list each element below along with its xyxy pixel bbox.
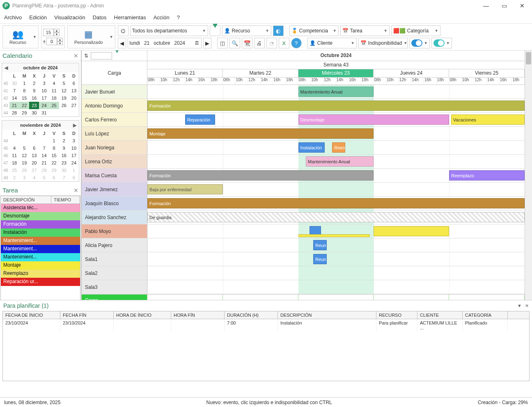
personalizado-button[interactable]: ▦ Personalizado [69,28,108,46]
spinner-buttons[interactable]: ▲▼ [54,29,60,36]
date-next-button[interactable]: ▶ [203,38,211,48]
plan-col-header[interactable]: DURACIÓN (H) [225,311,278,319]
resource-label[interactable]: Luís López [82,127,147,140]
resource-label[interactable]: Sala2 [82,266,147,280]
calendar-day[interactable]: 5 [39,174,49,181]
calendar-day[interactable]: 12 [59,87,69,94]
calendar-day[interactable]: 24 [39,102,49,109]
calendar-day[interactable]: 21 [9,102,19,109]
task-bar[interactable]: Formación [147,101,525,111]
select-tool-button[interactable]: ◫ [217,38,228,48]
calendar-day[interactable]: 29 [49,167,59,174]
hierarchy-icon-button[interactable]: ⌬ [118,25,128,36]
calendar-day[interactable]: 4 [29,174,39,181]
funnel-icon[interactable] [115,53,119,59]
resource-label[interactable]: Antonio Domingo [82,99,147,112]
plan-col-header[interactable]: CATEGORÍA [463,311,508,319]
print-button[interactable]: 🖨 [254,38,265,48]
calendar-day[interactable]: 14 [39,152,49,159]
cliente-combo[interactable]: 👤 Cliente▼ [307,38,357,48]
calendar-day[interactable]: 1 [19,80,29,87]
resource-lane[interactable]: Montaje [147,127,525,140]
calendar-day[interactable]: 12 [19,152,29,159]
calendar-day[interactable]: 30 [59,167,69,174]
recurso-button[interactable]: 👥 Recurso [5,28,31,46]
tarea-item[interactable]: Mantenimient... [1,253,80,261]
calendar-day[interactable]: 20 [69,94,79,102]
close-button[interactable]: ✕ [518,2,526,9]
indisponibilidad-combo[interactable]: 📅 Indisponibilidad▼ [358,38,408,48]
calendar-day[interactable]: 10 [39,87,49,94]
calendar-day[interactable]: 28 [9,109,19,117]
resource-lane[interactable]: Formación [147,99,525,112]
close-pane-icon[interactable]: ✕ [73,53,78,59]
calendar-day[interactable]: 17 [69,152,79,159]
spinner-buttons[interactable]: ▲▼ [57,38,63,45]
resource-lane[interactable] [147,224,525,238]
calendar-day[interactable]: 18 [49,94,59,102]
task-bar[interactable]: De guardia [147,212,525,222]
resource-label[interactable]: Pablo Moyo [82,224,147,238]
task-bar[interactable]: Reemplazo [449,170,525,181]
task-bar[interactable]: Desmontaje [298,114,449,125]
chart-button[interactable]: ◔ [266,38,277,48]
blue-toggle-button[interactable]: ◐ [273,25,284,36]
tarea-item[interactable]: Desmontaje [1,212,80,220]
calendar-day[interactable]: 20 [29,159,39,167]
date-prev-button[interactable]: ◀ [118,38,126,48]
tarea-item[interactable]: Asistencia téc... [1,204,80,212]
calendar-day[interactable]: 11 [49,87,59,94]
resource-label[interactable]: Carlos Ferrero [82,113,147,126]
calendar-day[interactable]: 28 [39,167,49,174]
resource-lane[interactable]: Mantenimiento Anual [147,155,525,168]
calendar-day[interactable]: 14 [9,94,19,102]
plan-col-header[interactable]: CLIENTE [417,311,463,319]
calendar-day[interactable]: 27 [69,102,79,109]
calendar-day[interactable]: 6 [49,174,59,181]
calendar-day[interactable]: 1 [49,137,59,144]
resource-label[interactable]: Joaquín Blasco [82,197,147,210]
calendar-day[interactable]: 19 [19,159,29,167]
task-bar[interactable]: Montaje [147,128,374,139]
day-header[interactable]: Miércoles 23 [298,69,374,77]
calendar-day[interactable]: 22 [19,102,29,109]
calendar-day[interactable]: 10 [69,144,79,152]
resource-lane[interactable]: Formación [147,197,525,210]
calendar-day[interactable]: 16 [29,94,39,102]
tarea-item[interactable]: Instalación [1,229,80,237]
resource-lane[interactable] [147,266,525,280]
resource-label[interactable]: Alicia Pajero [82,238,147,252]
calendar-day[interactable]: 2 [29,80,39,87]
calendar-day[interactable]: 27 [29,167,39,174]
resource-lane[interactable]: Mantenimiento Anual [147,85,525,98]
task-bar[interactable]: Reparación [185,114,216,125]
calendar-day[interactable]: 7 [59,174,69,181]
task-bar[interactable]: Mantenimiento Anual [306,156,374,167]
task-bar[interactable]: Instalación [298,142,325,153]
date-picker[interactable]: lundi 21 octubre 2024 🗓 [128,38,202,48]
tarea-item[interactable]: Formación [1,220,80,229]
day-header[interactable]: Jueves 24 [374,69,449,77]
calendar-day[interactable]: 26 [59,102,69,109]
calendar-day[interactable]: 9 [59,144,69,152]
recurso-combo[interactable]: 👤 Recurso▼ [222,25,271,36]
resource-lane[interactable]: ReparaciónDesmontajeVacaciones [147,113,525,126]
calendar-november[interactable]: noviembre de 2024▶ LMXJVSD44123454567891… [2,120,79,182]
calendar-day[interactable]: 7 [9,87,19,94]
calendar-day[interactable]: 4 [9,144,19,152]
tarea-item[interactable]: Mantenimient... [1,245,80,253]
calendar-day[interactable]: 5 [59,80,69,87]
plan-col-header[interactable]: RECURSO [376,311,417,319]
plan-col-header[interactable]: HORA DE ÍNICIO [114,311,171,319]
resource-lane[interactable]: Baja por enfermedad [147,183,525,196]
task-bar[interactable]: Reun [313,254,326,264]
toggle-1[interactable]: ▼ [409,38,430,48]
calendar-day[interactable]: 26 [19,167,29,174]
calendar-day[interactable]: 1 [69,167,79,174]
resource-lane[interactable] [147,280,525,294]
filter-input[interactable] [91,52,112,59]
resource-lane[interactable]: De guardia [147,210,525,224]
calendar-day[interactable]: 25 [49,102,59,109]
calendar-day[interactable]: 5 [19,144,29,152]
calendar-day[interactable]: 25 [9,167,19,174]
